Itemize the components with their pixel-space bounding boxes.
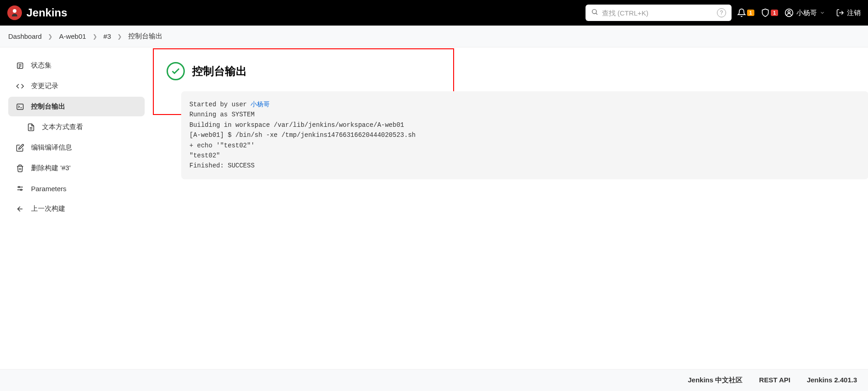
sidebar-item-label: 文本方式查看 — [42, 123, 83, 131]
search-icon — [591, 8, 598, 17]
sidebar-item-edit[interactable]: 编辑编译信息 — [8, 138, 145, 157]
search-box[interactable]: ? — [586, 5, 732, 21]
page-title: 控制台输出 — [192, 64, 247, 78]
status-icon — [16, 62, 25, 70]
highlight-box: 控制台输出 Started by user 小杨哥 Running as SYS… — [153, 48, 454, 115]
sidebar-item-label: 编辑编译信息 — [31, 143, 72, 152]
jenkins-logo-icon — [7, 5, 22, 20]
sidebar-item-previous-build[interactable]: 上一次构建 — [8, 199, 145, 219]
user-menu[interactable]: 小杨哥 — [784, 8, 825, 17]
sidebar-item-label: 状态集 — [31, 61, 52, 70]
svg-point-17 — [21, 189, 22, 191]
main-content: 控制台输出 Started by user 小杨哥 Running as SYS… — [153, 47, 868, 228]
notification-badge: 1 — [747, 10, 754, 16]
notifications-button[interactable]: 1 — [737, 8, 754, 17]
chevron-down-icon — [820, 10, 825, 16]
sidebar-item-status[interactable]: 状态集 — [8, 56, 145, 75]
sidebar-item-label: 删除构建 '#3' — [31, 164, 71, 172]
sidebar-item-label: 变更记录 — [31, 82, 58, 90]
sidebar-item-label: 控制台输出 — [31, 102, 65, 111]
sidebar-item-console[interactable]: 控制台输出 — [8, 97, 145, 116]
breadcrumb-dashboard[interactable]: Dashboard — [8, 32, 42, 40]
edit-icon — [16, 144, 25, 152]
parameters-icon — [16, 184, 25, 193]
svg-point-1 — [592, 10, 596, 14]
sidebar-item-delete[interactable]: 删除构建 '#3' — [8, 158, 145, 178]
breadcrumb-build[interactable]: #3 — [104, 32, 111, 40]
console-icon — [16, 103, 25, 111]
search-input[interactable] — [602, 9, 713, 17]
sidebar-item-parameters[interactable]: Parameters — [8, 179, 145, 198]
logout-button[interactable]: 注销 — [836, 9, 861, 17]
help-icon[interactable]: ? — [717, 8, 726, 17]
logo-text: Jenkins — [26, 6, 67, 19]
text-icon — [26, 123, 36, 131]
sidebar-item-changes[interactable]: 变更记录 — [8, 76, 145, 96]
success-icon — [167, 62, 185, 80]
chevron-right-icon: ❯ — [93, 33, 97, 40]
logout-label: 注销 — [847, 9, 861, 17]
logo[interactable]: Jenkins — [7, 5, 67, 20]
sidebar-item-text-view[interactable]: 文本方式查看 — [8, 117, 145, 137]
sidebar: 状态集 变更记录 控制台输出 文本方式查看 编辑编译信息 — [0, 47, 153, 228]
console-user-link[interactable]: 小杨哥 — [251, 101, 270, 108]
chevron-right-icon: ❯ — [117, 33, 122, 40]
breadcrumb: Dashboard ❯ A-web01 ❯ #3 ❯ 控制台输出 — [0, 26, 868, 47]
svg-rect-10 — [17, 104, 23, 109]
breadcrumb-current: 控制台输出 — [128, 32, 162, 41]
console-output: Started by user 小杨哥 Running as SYSTEM Bu… — [181, 91, 868, 179]
svg-point-4 — [788, 10, 790, 13]
username: 小杨哥 — [796, 9, 817, 17]
changes-icon — [16, 82, 25, 90]
security-badge: 1 — [771, 10, 778, 16]
chevron-right-icon: ❯ — [48, 33, 52, 40]
breadcrumb-job[interactable]: A-web01 — [59, 32, 86, 40]
svg-line-2 — [596, 13, 597, 15]
header: Jenkins ? 1 1 小杨哥 — [0, 0, 868, 26]
svg-point-0 — [13, 9, 16, 13]
security-button[interactable]: 1 — [761, 8, 778, 17]
svg-point-16 — [18, 187, 20, 188]
back-icon — [16, 205, 25, 213]
sidebar-item-label: Parameters — [31, 185, 67, 193]
sidebar-item-label: 上一次构建 — [31, 204, 65, 213]
delete-icon — [16, 164, 25, 172]
